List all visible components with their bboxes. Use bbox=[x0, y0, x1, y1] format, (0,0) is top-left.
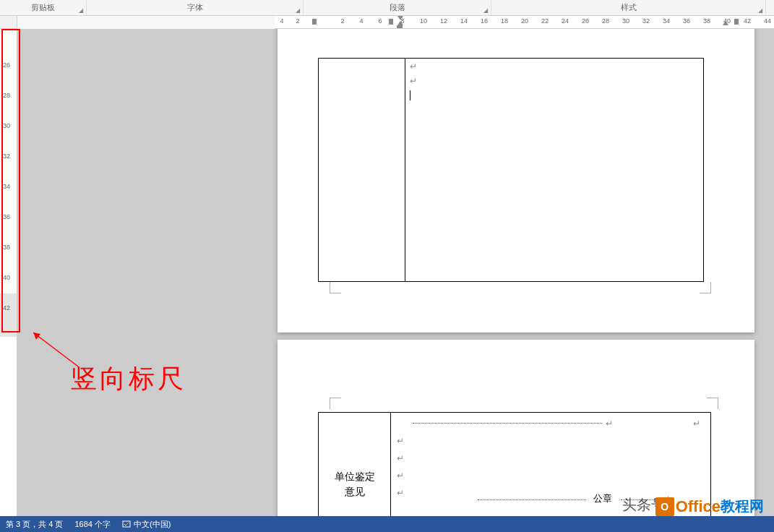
vruler-tick: 30 bbox=[3, 122, 10, 129]
hruler-tick: 20 bbox=[521, 17, 528, 25]
hruler-tick: 6 bbox=[378, 17, 382, 25]
ribbon-group-labels: 剪贴板 ◢ 字体 ◢ 段落 ◢ 样式 ◢ bbox=[0, 0, 774, 16]
status-word-count[interactable]: 1684 个字 bbox=[74, 519, 111, 530]
hruler-tick: 2 bbox=[340, 17, 344, 25]
paragraph-mark-icon: ↵ bbox=[397, 469, 404, 483]
ribbon-label-font: 字体 bbox=[187, 2, 203, 13]
ruler-corner bbox=[0, 16, 17, 29]
table-cell-label[interactable]: 单位鉴定意见 bbox=[319, 413, 391, 516]
dialog-launcher-icon[interactable]: ◢ bbox=[294, 7, 301, 14]
table-cell[interactable] bbox=[319, 59, 405, 281]
hruler-margin-marker[interactable] bbox=[734, 19, 739, 25]
ribbon-label-styles: 样式 bbox=[621, 2, 637, 13]
left-indent-marker[interactable] bbox=[397, 25, 403, 28]
proofing-icon bbox=[122, 520, 131, 528]
hruler-tick: 38 bbox=[703, 17, 710, 25]
hruler-tick: 18 bbox=[501, 17, 508, 25]
crop-mark-icon bbox=[330, 398, 341, 409]
dialog-launcher-icon[interactable]: ◢ bbox=[757, 7, 764, 14]
hruler-tick: 34 bbox=[663, 17, 670, 25]
dotted-underline bbox=[413, 423, 602, 424]
paragraph-mark-icon: ↵ bbox=[397, 486, 404, 500]
document-table[interactable]: ↵ ↵ bbox=[318, 58, 704, 282]
hruler-margin-marker[interactable] bbox=[312, 19, 317, 25]
document-page: ↵ ↵ bbox=[278, 29, 754, 332]
vruler-tick: 42 bbox=[3, 304, 10, 312]
hruler-tick: 4 bbox=[280, 17, 283, 25]
dotted-underline bbox=[478, 499, 586, 500]
vruler-margin-area bbox=[0, 293, 17, 337]
status-bar: 第 3 页，共 4 页 1684 个字 中文(中国) bbox=[0, 516, 774, 532]
hruler-tick: 4 bbox=[359, 17, 363, 25]
status-page-info[interactable]: 第 3 页，共 4 页 bbox=[6, 519, 63, 530]
ribbon-group-paragraph: 段落 ◢ bbox=[304, 0, 491, 15]
ribbon-label-paragraph: 段落 bbox=[390, 2, 405, 13]
hruler-tick: 24 bbox=[562, 17, 569, 25]
ribbon-label-clipboard: 剪贴板 bbox=[31, 2, 55, 13]
hruler-tick: 16 bbox=[481, 17, 488, 25]
ribbon-group-font: 字体 ◢ bbox=[87, 0, 304, 15]
document-page: 单位鉴定意见 ↵ ↵ ↵ ↵ ↵ 公章 ↵ 年 月 bbox=[278, 340, 754, 516]
dotted-underline bbox=[621, 499, 657, 500]
paragraph-mark-icon: ↵ bbox=[663, 492, 670, 506]
vruler-tick: 26 bbox=[3, 61, 10, 69]
paragraph-mark-icon: ↵ bbox=[693, 417, 700, 431]
hruler-tick: 36 bbox=[683, 17, 690, 25]
text-cursor bbox=[410, 90, 410, 100]
seal-label: 公章 bbox=[593, 492, 612, 505]
hruler-tick: 14 bbox=[460, 17, 468, 25]
hruler-tick: 32 bbox=[642, 17, 650, 25]
status-language[interactable]: 中文(中国) bbox=[122, 519, 171, 530]
table-cell-text: 单位鉴定意见 bbox=[332, 469, 377, 499]
hruler-tick: 22 bbox=[541, 17, 549, 25]
vruler-tick: 28 bbox=[3, 92, 10, 99]
hruler-tick: 10 bbox=[420, 17, 427, 25]
hruler-tick: 30 bbox=[622, 17, 629, 25]
paragraph-mark-icon: ↵ bbox=[410, 60, 417, 74]
vertical-ruler[interactable]: 26 28 30 32 34 36 38 40 42 bbox=[0, 29, 17, 516]
vruler-tick: 38 bbox=[3, 244, 10, 251]
paragraph-mark-icon: ↵ bbox=[410, 74, 417, 88]
hruler-tick: 2 bbox=[296, 17, 299, 25]
hruler-margin-marker[interactable] bbox=[389, 19, 393, 25]
document-canvas[interactable]: ↵ ↵ 单位鉴定意见 ↵ ↵ ↵ ↵ ↵ 公章 bbox=[17, 29, 774, 516]
table-cell[interactable]: ↵ ↵ ↵ ↵ ↵ 公章 ↵ 年 月 日 ↵ bbox=[391, 413, 710, 516]
dialog-launcher-icon[interactable]: ◢ bbox=[482, 7, 489, 14]
hruler-tick: 26 bbox=[582, 17, 589, 25]
vruler-tick: 40 bbox=[3, 274, 10, 281]
hruler-tick: 40 bbox=[723, 17, 731, 25]
paragraph-mark-icon: ↵ bbox=[397, 452, 404, 466]
crop-mark-icon bbox=[700, 282, 711, 293]
paragraph-mark-icon: ↵ bbox=[606, 417, 613, 431]
svg-rect-2 bbox=[123, 521, 130, 527]
crop-mark-icon bbox=[707, 398, 718, 409]
table-cell[interactable]: ↵ ↵ bbox=[405, 59, 703, 281]
hruler-tick: 8 bbox=[400, 17, 404, 25]
crop-mark-icon bbox=[330, 282, 341, 293]
vruler-tick: 32 bbox=[3, 153, 10, 160]
hruler-tick: 42 bbox=[744, 17, 751, 25]
document-table[interactable]: 单位鉴定意见 ↵ ↵ ↵ ↵ ↵ 公章 ↵ 年 月 bbox=[318, 412, 711, 516]
ribbon-group-clipboard: 剪贴板 ◢ bbox=[0, 0, 87, 15]
hruler-tick: 28 bbox=[602, 17, 609, 25]
vruler-tick: 36 bbox=[3, 213, 10, 220]
dialog-launcher-icon[interactable]: ◢ bbox=[77, 7, 85, 14]
hruler-tick: 44 bbox=[764, 17, 771, 25]
ribbon-group-styles: 样式 ◢ bbox=[491, 0, 766, 15]
hruler-tick: 12 bbox=[440, 17, 447, 25]
horizontal-ruler[interactable]: 4 2 2 4 6 8 10 12 14 16 18 20 22 24 26 2… bbox=[275, 16, 774, 29]
annotation-label: 竖向标尺 bbox=[71, 361, 186, 397]
paragraph-mark-icon: ↵ bbox=[397, 434, 404, 448]
vruler-tick: 34 bbox=[3, 183, 10, 190]
